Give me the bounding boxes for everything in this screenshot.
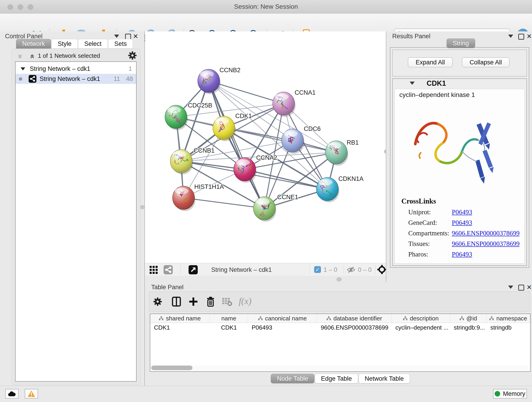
column-label: shared name [166,315,201,322]
left-splitter-handle[interactable] [140,205,144,209]
table-options-gear-icon[interactable] [153,297,162,307]
status-bar [0,386,532,402]
table-cell-@id[interactable]: stringdb:9... [450,323,487,332]
table-cell-database-identifier[interactable]: 9606.ENSP00000378699 [317,323,392,332]
detach-view-icon[interactable] [188,265,198,275]
table-cell-description[interactable]: cyclin–dependent ... [392,323,450,332]
network-node-CDKN1A[interactable]: CDKN1A [317,175,364,202]
table-panel-close-icon[interactable]: ✕ [526,284,532,291]
collapse-all-button[interactable]: Collapse All [462,57,510,67]
cloud-icon [8,391,16,397]
table-row[interactable]: CDK1CDK1P064939606.ENSP00000378699cyclin… [150,323,530,332]
footer-separator [344,265,344,274]
table-horizontal-scrollbar[interactable] [151,365,529,370]
expand-all-button[interactable]: Expand All [408,57,453,67]
crosslink-value-link[interactable]: P06493 [452,219,472,226]
tab-select[interactable]: Select [78,39,108,49]
network-node-CCNB1[interactable]: CCNB1 [170,147,215,174]
results-panel-close-icon[interactable]: ✕ [526,33,532,40]
network-options-gear-icon[interactable] [128,51,137,61]
cdk1-collapse-icon[interactable] [410,82,415,85]
node-table[interactable]: shared namenamecanonical namedatabase id… [150,313,531,372]
column-header-canonical-name[interactable]: canonical name [248,314,317,323]
network-row-selected[interactable]: String Network – cdk1 11 48 [16,74,136,84]
tab-edge-table[interactable]: Edge Table [315,374,358,383]
splitter-handle[interactable] [336,277,342,281]
network-node-CDC25B[interactable]: CDC25B [165,102,212,130]
window-title: Session: New Session [0,0,532,13]
crosslink-label: Pharos: [408,250,452,258]
collection-label: String Network – cdk1 [30,65,90,72]
network-graph[interactable]: CCNB2CCNA1CDC25BCDK1CDC6RB1CCNB1CCNA2CDK… [145,32,386,263]
crosslink-row: GeneCard:P06493 [408,217,523,228]
network-node-RB1[interactable]: RB1 [325,139,359,166]
tab-style[interactable]: Style [51,39,78,49]
network-node-CCNA1[interactable]: CCNA1 [273,89,316,117]
column-header-namespace[interactable]: namespace [487,314,530,323]
grid-view-icon[interactable] [149,265,158,275]
results-panel-float-icon[interactable] [518,34,524,40]
cdk1-description: cyclin–dependent kinase 1 [399,91,475,99]
function-builder-fx: f(x) [239,296,252,306]
crosslink-row: Compartments:9606.ENSP00000378699 [408,228,523,238]
crosslink-value-link[interactable]: P06493 [452,250,472,258]
panel-close-icon[interactable]: ✕ [133,33,138,40]
crosslink-value-link[interactable]: 9606.ENSP00000378699 [452,240,520,248]
column-network-icon [489,315,494,322]
network-node-HIST1H1A[interactable]: HIST1H1A [172,183,224,211]
network-node-CCNE1[interactable]: CCNE1 [253,194,298,222]
column-header-@id[interactable]: @id [450,314,487,323]
column-header-description[interactable]: description [392,314,450,323]
crosslink-label: Tissues: [408,240,452,248]
table-cell-namespace[interactable]: stringdb [487,323,530,332]
table-panel-float-icon[interactable] [518,285,524,291]
memory-button[interactable]: Memory [493,389,527,399]
selected-checkbox-icon[interactable]: ✓ [314,266,321,273]
birds-eye-crosshair-icon[interactable] [377,265,387,275]
network-edge[interactable] [184,198,264,208]
network-status-dot-icon [19,77,22,81]
tab-string[interactable]: String [447,38,475,48]
tab-network-table[interactable]: Network Table [359,374,410,383]
network-node-CDC6[interactable]: CDC6 [282,125,321,154]
tab-sets[interactable]: Sets [108,39,133,49]
show-columns-icon[interactable] [171,297,181,307]
tab-network[interactable]: Network [16,39,51,49]
table-cell-shared-name[interactable]: CDK1 [150,323,210,332]
results-panel-menu-icon[interactable] [508,35,513,38]
network-edge-count: 48 [126,75,133,83]
table-cell-canonical-name[interactable]: P06493 [248,323,317,332]
column-network-icon [159,315,164,322]
column-header-database-identifier[interactable]: database identifier [317,314,392,323]
table-panel-menu-icon[interactable] [508,286,513,289]
cloud-sync-button[interactable] [5,389,19,399]
column-header-name[interactable]: name [210,314,248,323]
column-header-shared-name[interactable]: shared name [150,314,210,323]
delete-column-trash-icon[interactable] [206,297,215,307]
warnings-button[interactable] [25,389,38,399]
panel-menu-icon[interactable] [114,35,119,38]
footer-separator [309,265,310,274]
node-label-CDC25B: CDC25B [188,102,212,109]
table-cell-name[interactable]: CDK1 [210,323,248,332]
scrollbar-thumb[interactable] [151,366,192,370]
node-label-CCNA1: CCNA1 [295,89,316,96]
network-view-mode-icon[interactable] [163,265,173,275]
create-column-plus-icon[interactable] [189,297,198,307]
table-panel-title: Table Panel [151,284,184,291]
node-label-CCNE1: CCNE1 [277,194,298,201]
warning-triangle-icon [27,390,35,397]
network-node-CDK1[interactable]: CDK1 [213,113,252,141]
crosslink-value-link[interactable]: P06493 [452,208,472,216]
tab-node-table[interactable]: Node Table [271,374,314,383]
network-collection-row[interactable]: String Network – cdk1 1 [16,64,136,74]
network-edge[interactable] [209,81,336,153]
table-header-row: shared namenamecanonical namedatabase id… [150,314,530,323]
crosslink-value-link[interactable]: 9606.ENSP00000378699 [452,230,520,237]
collection-expand-icon[interactable] [21,67,25,70]
network-canvas[interactable]: CCNB2CCNA1CDC25BCDK1CDC6RB1CCNB1CCNA2CDK… [145,32,386,263]
footer-separator [375,265,375,274]
node-label-CDC6: CDC6 [304,125,321,132]
titlebar: Session: New Session [0,0,532,13]
node-label-CDK1: CDK1 [235,113,252,119]
